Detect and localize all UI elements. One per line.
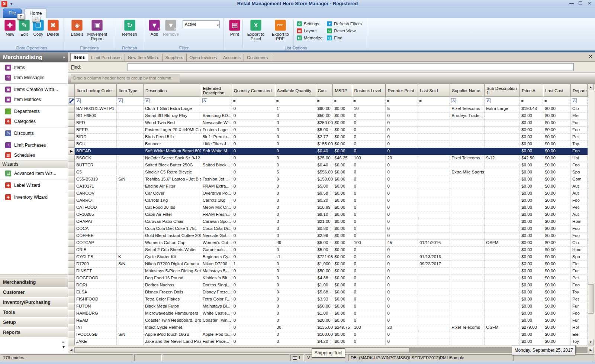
grid-cell[interactable]: $0.00 xyxy=(543,247,571,254)
grid-cell[interactable]: CARCOV xyxy=(75,190,117,197)
grid-cell[interactable] xyxy=(485,148,520,155)
grid-cell[interactable] xyxy=(485,225,520,233)
grid-cell[interactable]: CA10171 xyxy=(75,183,117,190)
grid-cell[interactable] xyxy=(418,331,450,338)
sidebar-item-inventory-wizard[interactable]: ◈Inventory Wizard xyxy=(0,192,68,202)
grid-cell[interactable]: Clo xyxy=(571,105,588,113)
tab-customers[interactable]: Customers xyxy=(244,54,271,61)
grid-cell[interactable]: $0.00 xyxy=(333,162,353,169)
column-header-description[interactable]: Description xyxy=(144,84,201,97)
grid-cell[interactable]: Disney Frozen Dolls xyxy=(144,289,201,296)
grid-cell[interactable]: $0.00 xyxy=(333,141,353,148)
grid-cell[interactable]: 0 xyxy=(275,190,316,197)
grid-cell[interactable]: Women's Cot... xyxy=(201,240,232,247)
grid-cell[interactable]: DINSET xyxy=(75,268,117,275)
collapse-sidebar-icon[interactable]: « xyxy=(63,54,65,60)
grid-cell[interactable] xyxy=(450,303,485,310)
grid-cell[interactable] xyxy=(485,197,520,204)
table-row[interactable]: CRIBSet of 2 Crib Sheets WhiteGaranimals… xyxy=(68,247,588,254)
grid-cell[interactable]: $0.00 xyxy=(543,176,571,183)
grid-cell[interactable]: 0 xyxy=(275,120,316,127)
grid-cell[interactable] xyxy=(418,233,450,240)
grid-cell[interactable]: Aut xyxy=(571,211,588,218)
row-indicator-cell[interactable] xyxy=(68,296,75,303)
column-header-msrp[interactable]: MSRP xyxy=(333,84,352,97)
filter-status-dropdown[interactable]: Active ▾ xyxy=(183,20,220,28)
grid-cell[interactable]: 0 xyxy=(275,331,316,338)
grid-cell[interactable]: 0 xyxy=(386,233,418,240)
grid-cell[interactable]: $5.00 xyxy=(316,247,333,254)
grid-cell[interactable]: $1.00 xyxy=(316,282,333,289)
grid-cell[interactable]: $0.00 xyxy=(520,310,543,317)
grid-cell[interactable]: Smart 3D Blu-ray Play xyxy=(144,113,201,120)
grid-cell[interactable]: 0 xyxy=(352,289,386,296)
grid-cell[interactable]: Aut xyxy=(571,190,588,197)
column-header-reorder-point[interactable]: Reorder Point xyxy=(386,84,418,97)
filter-cell-restock-level[interactable]: = xyxy=(352,97,386,105)
grid-cell[interactable]: $0.00 xyxy=(543,169,571,176)
grid-cell[interactable]: 0 xyxy=(275,289,316,296)
grid-cell[interactable]: Apple iPod to... xyxy=(201,331,232,338)
grid-cell[interactable] xyxy=(117,240,144,247)
column-header-price-a[interactable]: Price A xyxy=(520,84,543,97)
table-row[interactable]: JAKEJake and the Never Land Pira...Fishe… xyxy=(68,338,588,345)
table-row[interactable]: INTIntact Cycle Helmet030$135.00$249.751… xyxy=(68,324,588,331)
grid-cell[interactable]: Soft White M... xyxy=(201,148,232,155)
grid-cell[interactable] xyxy=(485,254,520,261)
grid-cell[interactable] xyxy=(117,120,144,127)
grid-cell[interactable]: 0 xyxy=(275,183,316,190)
labels-button[interactable]: ◈ Labels xyxy=(70,19,85,36)
grid-cell[interactable]: 0 xyxy=(275,317,316,324)
grid-cell[interactable]: BEER xyxy=(75,127,117,134)
row-indicator-cell[interactable] xyxy=(68,190,75,197)
sidebar-section-button-merchandising[interactable]: Merchandising xyxy=(0,277,68,287)
scroll-down-icon[interactable]: ▼ xyxy=(588,339,594,345)
grid-cell[interactable]: $0.00 xyxy=(543,204,571,211)
grid-cell[interactable]: $0.00 xyxy=(520,268,543,275)
grid-cell[interactable]: 0 xyxy=(386,289,418,296)
grid-cell[interactable]: $0.00 xyxy=(520,148,543,155)
grid-cell[interactable]: Fosters Lage... xyxy=(201,127,232,134)
grid-cell[interactable]: 0 xyxy=(386,113,418,120)
grid-cell[interactable]: 0 xyxy=(232,197,275,204)
grid-cell[interactable]: 100 xyxy=(352,155,386,162)
grid-cell[interactable]: BSOCK xyxy=(75,155,117,162)
refresh-filters-button[interactable]: ▼ Refresh Filters xyxy=(327,21,362,26)
grid-cell[interactable]: Set of 2 Crib Sheets White xyxy=(144,247,201,254)
grid-cell[interactable]: Overdrive Po... xyxy=(201,190,232,197)
sidebar-section-button-setup[interactable]: Setup xyxy=(0,317,68,327)
column-header-restock-level[interactable]: Restock Level xyxy=(352,84,386,97)
grid-cell[interactable] xyxy=(485,162,520,169)
grid-cell[interactable]: 0 xyxy=(275,204,316,211)
grid-cell[interactable]: BUTTER xyxy=(75,162,117,169)
grid-cell[interactable]: $0.00 xyxy=(520,204,543,211)
grid-cell[interactable]: $150.00 xyxy=(316,176,333,183)
table-row[interactable]: IPOD16GBS/NApple iPod touch 16GBApple iP… xyxy=(68,331,588,338)
grid-cell[interactable] xyxy=(485,134,520,141)
grid-cell[interactable] xyxy=(450,268,485,275)
grid-cell[interactable]: Pet xyxy=(571,275,588,282)
grid-cell[interactable] xyxy=(485,127,520,134)
row-indicator-cell[interactable] xyxy=(68,162,75,169)
row-indicator-cell[interactable] xyxy=(68,303,75,310)
grid-cell[interactable]: ELSA xyxy=(75,289,117,296)
grid-cell[interactable]: $3.93 xyxy=(316,296,333,303)
grid-cell[interactable]: 0 xyxy=(232,113,275,120)
table-row[interactable]: ▶BREADSoft White Medium Bread 800...Soft… xyxy=(68,148,588,155)
grid-cell[interactable]: Foo xyxy=(571,148,588,155)
grid-cell[interactable]: Doritos Singl... xyxy=(201,282,232,289)
sidebar-item-advanced-item-wiz[interactable]: ▤Advanced Item Wiz... xyxy=(0,168,68,178)
grid-cell[interactable]: Foo xyxy=(571,197,588,204)
grid-cell[interactable]: $0.00 xyxy=(333,113,353,120)
grid-cell[interactable]: Ele xyxy=(571,261,588,268)
grid-cell[interactable]: Ele xyxy=(571,113,588,120)
grid-cell[interactable]: $0.00 xyxy=(543,218,571,225)
grid-cell[interactable] xyxy=(485,275,520,282)
grid-cell[interactable] xyxy=(450,204,485,211)
grid-cell[interactable]: 0 xyxy=(232,211,275,218)
grid-cell[interactable]: $0.00 xyxy=(520,247,543,254)
grid-cell[interactable]: Foo xyxy=(571,127,588,134)
grid-cell[interactable]: 0 xyxy=(275,155,316,162)
grid-cell[interactable]: $1,000... xyxy=(316,261,333,268)
grid-cell[interactable]: 0 xyxy=(232,190,275,197)
